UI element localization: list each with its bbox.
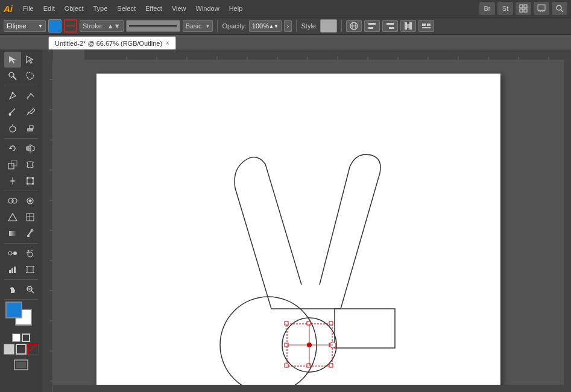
menu-window[interactable]: Window xyxy=(192,3,224,14)
svg-rect-72 xyxy=(11,268,13,273)
none-mode-btn[interactable] xyxy=(28,344,39,355)
change-screen-mode-btn[interactable] xyxy=(13,359,29,372)
stroke-preview[interactable] xyxy=(126,20,180,32)
magic-wand-tool[interactable] xyxy=(4,68,21,84)
free-transform-tool[interactable] xyxy=(22,173,39,189)
ruler-corner xyxy=(42,49,53,60)
artboard-tool[interactable] xyxy=(22,262,39,277)
align-right-btn[interactable] xyxy=(382,20,398,32)
rotate-icon xyxy=(8,144,17,153)
opacity-expand-btn[interactable]: › xyxy=(284,20,292,32)
swap-colors-btn[interactable] xyxy=(22,334,30,342)
blob-brush-tool[interactable] xyxy=(4,121,21,136)
warp-tool[interactable] xyxy=(22,157,39,172)
shape-builder-tool[interactable] xyxy=(4,193,21,209)
style-label: Style: xyxy=(301,22,318,30)
menu-object[interactable]: Object xyxy=(60,3,88,14)
bridge-icon-btn[interactable]: Br xyxy=(479,2,495,15)
distribute-icon xyxy=(403,21,413,31)
rotate-reflect-row xyxy=(4,141,39,156)
eraser-tool[interactable] xyxy=(22,121,39,136)
canvas-area[interactable] xyxy=(42,49,571,392)
svg-point-26 xyxy=(9,72,14,77)
screen-mode-icon xyxy=(13,359,29,371)
selection-icon xyxy=(8,55,17,65)
graph-tool[interactable] xyxy=(4,262,21,277)
menu-effect[interactable]: Effect xyxy=(141,3,166,14)
svg-rect-3 xyxy=(524,9,527,12)
style-color-swatch[interactable] xyxy=(320,19,337,33)
svg-line-80 xyxy=(31,291,34,293)
menu-help[interactable]: Help xyxy=(225,3,247,14)
blend-tool[interactable] xyxy=(4,245,21,261)
align-left-btn[interactable] xyxy=(364,20,380,32)
toolbar: + xyxy=(0,49,42,392)
menu-bar: Ai File Edit Object Type Select Effect V… xyxy=(0,0,571,17)
svg-point-65 xyxy=(13,251,17,255)
search-icon-btn[interactable] xyxy=(552,2,567,15)
pen-row: + xyxy=(4,88,39,104)
svg-rect-71 xyxy=(9,270,11,273)
gradient-tool[interactable] xyxy=(4,226,21,241)
stock-icon-btn[interactable]: St xyxy=(497,2,513,15)
menu-file[interactable]: File xyxy=(19,3,38,14)
document-tab[interactable]: Untitled-2* @ 66.67% (RGB/Outline) × xyxy=(48,36,176,49)
svg-point-69 xyxy=(31,250,33,251)
menu-type[interactable]: Type xyxy=(89,3,112,14)
rotate-tool[interactable] xyxy=(4,141,21,156)
direct-selection-tool[interactable] xyxy=(22,52,39,68)
ruler-h-marks xyxy=(84,49,571,60)
scrollbar-vertical[interactable] xyxy=(564,60,571,385)
workspace-dropdown-btn[interactable] xyxy=(534,2,549,15)
artboard[interactable] xyxy=(96,74,500,392)
tab-close-btn[interactable]: × xyxy=(166,40,169,46)
svg-text:+: + xyxy=(26,95,29,101)
scale-tool[interactable] xyxy=(4,157,21,172)
perspective-tool[interactable] xyxy=(4,209,21,225)
hand-tool[interactable] xyxy=(4,282,21,297)
lasso-tool[interactable] xyxy=(22,68,39,84)
foreground-color-swatch[interactable] xyxy=(5,302,22,318)
paintbrush-tool[interactable] xyxy=(4,104,21,120)
width-tool[interactable] xyxy=(4,173,21,189)
pen-tool[interactable] xyxy=(4,88,21,104)
lasso-icon xyxy=(25,71,35,81)
stroke-profile-select[interactable]: Basic ▼ xyxy=(183,20,213,32)
mesh-tool[interactable] xyxy=(22,209,39,225)
menu-edit[interactable]: Edit xyxy=(39,3,59,14)
stroke-width-input[interactable]: Stroke: ▲▼ xyxy=(80,20,124,32)
fill-mode-btn[interactable] xyxy=(4,344,14,355)
grid-icon-btn[interactable] xyxy=(516,2,531,15)
eyedropper-tool[interactable] xyxy=(22,226,39,241)
opt-separator-2 xyxy=(296,20,297,32)
symbol-sprayer-tool[interactable] xyxy=(22,245,39,261)
stroke-mode-btn[interactable] xyxy=(16,344,27,355)
zoom-tool[interactable] xyxy=(22,282,39,297)
opacity-input[interactable]: 100% ▲▼ xyxy=(249,20,282,32)
svg-point-34 xyxy=(8,113,11,116)
svg-line-9 xyxy=(561,10,563,12)
width-icon xyxy=(8,176,17,186)
menu-view[interactable]: View xyxy=(168,3,191,14)
default-colors-btn[interactable] xyxy=(12,334,21,342)
more-btn[interactable] xyxy=(418,20,434,32)
stroke-label: Stroke: xyxy=(83,22,104,30)
shape-type-selector[interactable]: Ellipse ▼ xyxy=(4,20,46,32)
live-paint-tool[interactable] xyxy=(22,193,39,209)
svg-rect-60 xyxy=(9,231,16,236)
reflect-tool[interactable] xyxy=(22,141,39,156)
selection-tool[interactable] xyxy=(4,52,21,68)
menu-select[interactable]: Select xyxy=(113,3,140,14)
svg-rect-62 xyxy=(27,235,30,237)
distribute-btn[interactable] xyxy=(400,20,416,32)
scrollbar-horizontal[interactable] xyxy=(53,385,571,392)
add-anchor-tool[interactable]: + xyxy=(22,88,39,104)
stroke-arrows: ▲▼ xyxy=(107,22,121,30)
svg-point-70 xyxy=(27,252,28,253)
graph-icon xyxy=(8,265,17,274)
fill-color-swatch[interactable] xyxy=(48,19,62,33)
globe-icon-btn[interactable] xyxy=(346,20,362,32)
pencil-tool[interactable] xyxy=(22,104,39,120)
grid-icon xyxy=(519,4,528,13)
stroke-color-swatch[interactable] xyxy=(64,19,77,33)
